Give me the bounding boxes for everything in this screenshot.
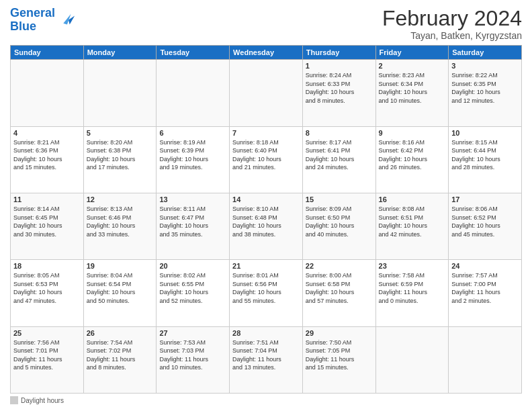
calendar-cell: 24Sunrise: 7:57 AM Sunset: 7:00 PM Dayli… (449, 260, 522, 326)
calendar-cell: 21Sunrise: 8:01 AM Sunset: 6:56 PM Dayli… (230, 260, 303, 326)
day-info: Sunrise: 7:58 AM Sunset: 6:59 PM Dayligh… (379, 271, 446, 305)
day-number: 4 (13, 129, 81, 137)
calendar-cell: 3Sunrise: 8:22 AM Sunset: 6:35 PM Daylig… (449, 60, 522, 126)
calendar-cell: 27Sunrise: 7:53 AM Sunset: 7:03 PM Dayli… (157, 326, 230, 393)
day-info: Sunrise: 8:11 AM Sunset: 6:47 PM Dayligh… (159, 205, 226, 238)
day-info: Sunrise: 8:06 AM Sunset: 6:52 PM Dayligh… (451, 205, 519, 238)
week-row-0: 1Sunrise: 8:24 AM Sunset: 6:33 PM Daylig… (11, 60, 522, 126)
day-number: 27 (159, 329, 226, 337)
calendar-cell: 5Sunrise: 8:20 AM Sunset: 6:38 PM Daylig… (83, 126, 157, 193)
day-number: 9 (379, 129, 446, 137)
day-info: Sunrise: 8:08 AM Sunset: 6:51 PM Dayligh… (379, 205, 446, 238)
day-info: Sunrise: 8:17 AM Sunset: 6:41 PM Dayligh… (306, 138, 373, 172)
day-info: Sunrise: 8:04 AM Sunset: 6:54 PM Dayligh… (87, 271, 154, 305)
calendar-cell: 9Sunrise: 8:16 AM Sunset: 6:42 PM Daylig… (375, 126, 449, 193)
calendar-cell (375, 326, 449, 393)
calendar-cell: 22Sunrise: 8:00 AM Sunset: 6:58 PM Dayli… (302, 260, 375, 326)
calendar-cell (449, 326, 522, 393)
day-info: Sunrise: 8:09 AM Sunset: 6:50 PM Dayligh… (306, 205, 373, 238)
calendar-cell: 14Sunrise: 8:10 AM Sunset: 6:48 PM Dayli… (230, 193, 303, 259)
calendar-cell: 13Sunrise: 8:11 AM Sunset: 6:47 PM Dayli… (157, 193, 230, 259)
day-info: Sunrise: 8:24 AM Sunset: 6:33 PM Dayligh… (306, 71, 373, 105)
calendar-cell: 28Sunrise: 7:51 AM Sunset: 7:04 PM Dayli… (230, 326, 303, 393)
footer-label: Daylight hours (21, 397, 64, 404)
calendar-cell (83, 60, 157, 126)
header-cell-wednesday: Wednesday (230, 46, 303, 60)
day-info: Sunrise: 8:16 AM Sunset: 6:42 PM Dayligh… (379, 138, 446, 172)
day-number: 22 (306, 262, 373, 270)
calendar-cell: 12Sunrise: 8:13 AM Sunset: 6:46 PM Dayli… (83, 193, 157, 259)
day-number: 25 (13, 329, 81, 337)
day-number: 26 (87, 329, 154, 337)
main-title: February 2024 (382, 7, 522, 30)
day-info: Sunrise: 8:02 AM Sunset: 6:55 PM Dayligh… (159, 271, 226, 305)
week-row-1: 4Sunrise: 8:21 AM Sunset: 6:36 PM Daylig… (11, 126, 522, 193)
day-number: 23 (379, 262, 446, 270)
calendar-cell (157, 60, 230, 126)
calendar-cell: 11Sunrise: 8:14 AM Sunset: 6:45 PM Dayli… (11, 193, 84, 259)
calendar-cell: 2Sunrise: 8:23 AM Sunset: 6:34 PM Daylig… (375, 60, 449, 126)
calendar-cell: 6Sunrise: 8:19 AM Sunset: 6:39 PM Daylig… (157, 126, 230, 193)
day-info: Sunrise: 8:01 AM Sunset: 6:56 PM Dayligh… (232, 271, 300, 305)
logo: General Blue (10, 7, 76, 34)
calendar-cell: 25Sunrise: 7:56 AM Sunset: 7:01 PM Dayli… (11, 326, 84, 393)
day-number: 10 (451, 129, 519, 137)
day-info: Sunrise: 8:00 AM Sunset: 6:58 PM Dayligh… (306, 271, 373, 305)
day-info: Sunrise: 7:51 AM Sunset: 7:04 PM Dayligh… (232, 338, 300, 372)
day-number: 19 (87, 262, 154, 270)
header-cell-sunday: Sunday (11, 46, 84, 60)
calendar-cell: 20Sunrise: 8:02 AM Sunset: 6:55 PM Dayli… (157, 260, 230, 326)
day-info: Sunrise: 8:21 AM Sunset: 6:36 PM Dayligh… (13, 138, 81, 172)
calendar-table: SundayMondayTuesdayWednesdayThursdayFrid… (10, 45, 522, 394)
page: General Blue February 2024 Tayan, Batken… (0, 0, 532, 411)
day-number: 29 (306, 329, 373, 337)
calendar-cell: 17Sunrise: 8:06 AM Sunset: 6:52 PM Dayli… (449, 193, 522, 259)
day-number: 16 (379, 195, 446, 203)
day-info: Sunrise: 8:18 AM Sunset: 6:40 PM Dayligh… (232, 138, 300, 172)
header: General Blue February 2024 Tayan, Batken… (10, 7, 522, 41)
calendar-cell: 16Sunrise: 8:08 AM Sunset: 6:51 PM Dayli… (375, 193, 449, 259)
daylight-legend-icon (10, 396, 18, 404)
footer: Daylight hours (10, 396, 522, 404)
day-number: 11 (13, 195, 81, 203)
calendar-cell: 7Sunrise: 8:18 AM Sunset: 6:40 PM Daylig… (230, 126, 303, 193)
day-number: 21 (232, 262, 300, 270)
calendar-cell: 1Sunrise: 8:24 AM Sunset: 6:33 PM Daylig… (302, 60, 375, 126)
title-block: February 2024 Tayan, Batken, Kyrgyzstan (382, 7, 522, 41)
day-info: Sunrise: 7:50 AM Sunset: 7:05 PM Dayligh… (306, 338, 373, 372)
day-info: Sunrise: 8:22 AM Sunset: 6:35 PM Dayligh… (451, 71, 519, 105)
week-row-4: 25Sunrise: 7:56 AM Sunset: 7:01 PM Dayli… (11, 326, 522, 393)
day-number: 1 (306, 62, 373, 70)
day-number: 13 (159, 195, 226, 203)
calendar-cell: 23Sunrise: 7:58 AM Sunset: 6:59 PM Dayli… (375, 260, 449, 326)
calendar-cell: 4Sunrise: 8:21 AM Sunset: 6:36 PM Daylig… (11, 126, 84, 193)
day-info: Sunrise: 8:20 AM Sunset: 6:38 PM Dayligh… (87, 138, 154, 172)
day-number: 8 (306, 129, 373, 137)
calendar-cell (230, 60, 303, 126)
day-info: Sunrise: 7:57 AM Sunset: 7:00 PM Dayligh… (451, 271, 519, 305)
day-number: 6 (159, 129, 226, 137)
day-number: 17 (451, 195, 519, 203)
day-info: Sunrise: 7:54 AM Sunset: 7:02 PM Dayligh… (87, 338, 154, 372)
calendar-cell: 15Sunrise: 8:09 AM Sunset: 6:50 PM Dayli… (302, 193, 375, 259)
day-number: 24 (451, 262, 519, 270)
calendar-cell (11, 60, 84, 126)
day-number: 3 (451, 62, 519, 70)
day-number: 14 (232, 195, 300, 203)
day-number: 5 (87, 129, 154, 137)
calendar-cell: 29Sunrise: 7:50 AM Sunset: 7:05 PM Dayli… (302, 326, 375, 393)
week-row-2: 11Sunrise: 8:14 AM Sunset: 6:45 PM Dayli… (11, 193, 522, 259)
day-info: Sunrise: 8:14 AM Sunset: 6:45 PM Dayligh… (13, 205, 81, 238)
day-info: Sunrise: 8:23 AM Sunset: 6:34 PM Dayligh… (379, 71, 446, 105)
day-info: Sunrise: 8:05 AM Sunset: 6:53 PM Dayligh… (13, 271, 81, 305)
calendar-cell: 8Sunrise: 8:17 AM Sunset: 6:41 PM Daylig… (302, 126, 375, 193)
day-info: Sunrise: 8:13 AM Sunset: 6:46 PM Dayligh… (87, 205, 154, 238)
header-row: SundayMondayTuesdayWednesdayThursdayFrid… (11, 46, 522, 60)
day-info: Sunrise: 7:56 AM Sunset: 7:01 PM Dayligh… (13, 338, 81, 372)
day-number: 2 (379, 62, 446, 70)
header-cell-saturday: Saturday (449, 46, 522, 60)
day-number: 15 (306, 195, 373, 203)
header-cell-thursday: Thursday (302, 46, 375, 60)
day-info: Sunrise: 7:53 AM Sunset: 7:03 PM Dayligh… (159, 338, 226, 372)
day-number: 20 (159, 262, 226, 270)
